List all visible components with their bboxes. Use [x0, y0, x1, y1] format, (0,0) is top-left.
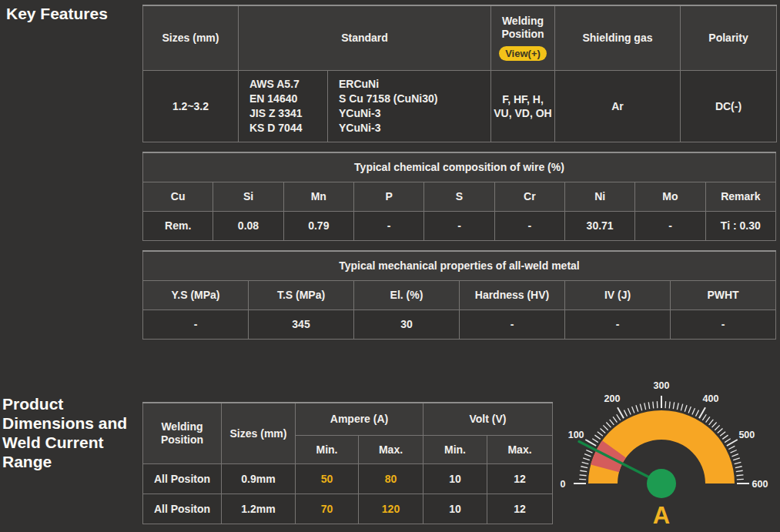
key-features-table: Sizes (mm) Standard Welding Position Vie… — [142, 5, 777, 142]
cur-amp-min-cell: 70 — [296, 494, 359, 524]
gauge-minor-tick — [628, 408, 631, 414]
mech-value-cell: - — [565, 309, 671, 339]
gauge-minor-tick — [583, 458, 590, 460]
gauge-minor-tick — [731, 450, 737, 453]
gauge-minor-tick — [673, 402, 674, 409]
gauge-minor-tick — [581, 467, 588, 468]
gauge-tick-label: 200 — [604, 393, 621, 404]
cur-size-cell: 0.9mm — [222, 463, 296, 494]
product-dimensions-heading: Product Dimensions and Weld Current Rang… — [2, 394, 135, 471]
mech-value-cell: - — [460, 309, 565, 339]
mech-col-iv: IV (J) — [565, 280, 671, 309]
cur-col-volt: Volt (V) — [423, 403, 553, 435]
spec-shielding-gas-value: Ar — [555, 70, 681, 142]
spec-col-shielding-gas: Shielding gas — [555, 5, 681, 70]
gauge-minor-tick — [640, 404, 641, 411]
mech-value-cell: 30 — [354, 309, 460, 339]
chem-value-cell: 30.71 — [564, 211, 634, 240]
gauge-tick-label: 300 — [654, 380, 670, 391]
gauge-minor-tick — [736, 475, 743, 476]
gauge-minor-tick — [735, 462, 742, 463]
chem-value-cell: Rem. — [143, 211, 213, 240]
cur-volt-min-cell: 10 — [423, 494, 487, 524]
gauge-tick-label: 100 — [568, 430, 584, 440]
spec-welding-position-value: F, HF, H, VU, VD, OH — [491, 70, 555, 142]
cur-col-amp-max: Max. — [359, 435, 423, 463]
gauge-minor-tick — [702, 414, 706, 420]
gauge-minor-tick — [725, 439, 731, 443]
gauge-minor-tick — [720, 432, 725, 437]
welding-position-label: Welding Position — [495, 15, 551, 41]
gauge-tick-label: 400 — [703, 393, 719, 404]
table-row: All Positon 0.9mm 50 80 10 12 — [143, 463, 553, 494]
chem-value-cell: - — [424, 211, 494, 240]
gauge-hub — [647, 469, 676, 498]
gauge-minor-tick — [733, 458, 740, 460]
gauge-minor-tick — [718, 428, 723, 433]
mech-col-hardness: Hardness (HV) — [460, 280, 565, 309]
chemical-table-title: Typical chemical composition of wire (%) — [143, 152, 776, 182]
cur-position-cell: All Positon — [143, 463, 222, 494]
chem-value-cell: 0.79 — [283, 211, 353, 240]
spec-polarity-value: DC(-) — [681, 70, 777, 142]
mech-value-cell: - — [143, 309, 249, 339]
gauge-minor-tick — [606, 422, 611, 427]
gauge-minor-tick — [582, 462, 589, 463]
mechanical-properties-table: Typical mechanical properties of all-wel… — [142, 250, 776, 340]
gauge-minor-tick — [677, 403, 678, 410]
weld-current-table: Welding Position Sizes (mm) Ampere (A) V… — [142, 402, 553, 524]
gauge-minor-tick — [580, 475, 587, 476]
chemical-composition-table: Typical chemical composition of wire (%)… — [142, 152, 776, 241]
gauge-minor-tick — [685, 405, 687, 412]
mech-col-ts: T.S (MPa) — [249, 280, 354, 309]
gauge-tick-label: 600 — [752, 479, 768, 490]
gauge-minor-tick — [594, 435, 600, 439]
gauge-minor-tick — [653, 402, 654, 409]
view-button[interactable]: View(+) — [499, 46, 547, 61]
chem-value-cell: - — [353, 211, 423, 240]
gauge-minor-tick — [669, 402, 670, 409]
gauge-minor-tick — [695, 410, 698, 417]
gauge-tick-label: 0 — [561, 479, 566, 490]
gauge-minor-tick — [712, 422, 717, 427]
cur-col-welding-position: Welding Position — [143, 403, 222, 463]
key-features-heading: Key Features — [6, 5, 108, 23]
cur-col-ampere: Ampere (A) — [296, 403, 423, 435]
spec-standard-names: ERCuNi S Cu 7158 (CuNi30) YCuNi-3 YCuNi-… — [328, 70, 491, 142]
cur-volt-min-cell: 10 — [423, 463, 487, 494]
spec-col-welding-position: Welding Position View(+) — [491, 5, 555, 70]
chem-col-si: Si — [213, 182, 283, 211]
mech-col-el: El. (%) — [354, 280, 460, 309]
cur-amp-max-cell: 80 — [359, 463, 423, 494]
gauge-minor-tick — [722, 435, 728, 439]
gauge-minor-tick — [648, 402, 649, 409]
gauge-minor-tick — [632, 407, 634, 413]
chem-col-cu: Cu — [143, 182, 213, 211]
chem-col-ni: Ni — [564, 182, 634, 211]
gauge-unit-label: A — [653, 502, 670, 529]
spec-col-sizes: Sizes (mm) — [143, 5, 239, 70]
mech-value-cell: - — [671, 309, 776, 339]
cur-amp-min-cell: 50 — [296, 463, 359, 494]
mech-value-cell: 345 — [249, 309, 354, 339]
chem-col-mo: Mo — [635, 182, 705, 211]
mechanical-table-title: Typical mechanical properties of all-wel… — [143, 251, 776, 280]
gauge-minor-tick — [688, 407, 691, 413]
gauge-minor-tick — [598, 432, 603, 437]
gauge-minor-tick — [636, 405, 638, 412]
cur-volt-max-cell: 12 — [487, 494, 553, 524]
gauge-minor-tick — [592, 439, 598, 443]
cur-col-amp-min: Min. — [296, 435, 359, 463]
cur-position-cell: All Positon — [143, 494, 222, 524]
gauge-minor-tick — [624, 410, 627, 417]
gauge-minor-tick — [709, 420, 714, 425]
spec-sizes-value: 1.2~3.2 — [143, 70, 239, 142]
gauge-minor-tick — [610, 420, 614, 425]
gauge-minor-tick — [584, 454, 591, 457]
gauge-minor-tick — [600, 428, 605, 433]
spec-col-standard: Standard — [239, 5, 491, 70]
gauge-minor-tick — [715, 425, 719, 430]
chem-value-cell: Ti : 0.30 — [705, 211, 775, 240]
cur-size-cell: 1.2mm — [222, 494, 296, 524]
mech-col-pwht: PWHT — [671, 280, 776, 309]
